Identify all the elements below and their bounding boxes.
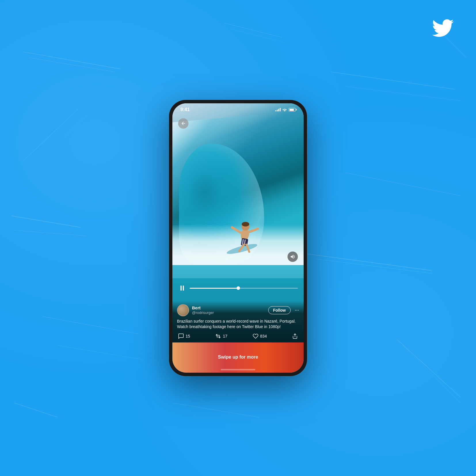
progress-fill	[190, 288, 238, 289]
tweet-text: Brazilian surfer conquers a world-record…	[177, 319, 299, 330]
battery-icon	[289, 108, 296, 111]
svg-line-0	[23, 52, 121, 69]
back-button[interactable]	[178, 118, 189, 129]
pause-button[interactable]	[178, 284, 186, 292]
like-count: 834	[260, 334, 267, 338]
video-controls[interactable]	[172, 284, 304, 292]
retweet-action[interactable]: 17	[215, 333, 227, 339]
follow-button[interactable]: Follow	[268, 306, 291, 314]
svg-line-17	[248, 229, 258, 232]
svg-line-5	[224, 23, 282, 37]
svg-line-7	[397, 340, 460, 397]
svg-point-15	[242, 222, 249, 226]
more-options-button[interactable]: ···	[295, 307, 299, 313]
status-bar: 9:41	[172, 103, 304, 116]
svg-line-8	[173, 403, 259, 417]
swipe-up-label: Swipe up for more	[218, 355, 258, 360]
phone-mockup: 9:41	[169, 100, 307, 376]
svg-line-3	[331, 72, 455, 89]
svg-line-4	[302, 253, 432, 271]
user-row: Bert @rodrisurger Follow ···	[177, 304, 299, 316]
progress-thumb[interactable]	[237, 286, 240, 290]
twitter-logo	[430, 17, 456, 40]
status-icons	[275, 108, 296, 111]
svg-line-9	[345, 173, 460, 196]
svg-point-23	[284, 111, 285, 111]
surfer-image	[225, 206, 265, 258]
phone-frame: 9:41	[169, 100, 307, 376]
retweet-count: 17	[223, 334, 227, 338]
user-info: Bert @rodrisurger	[192, 305, 265, 315]
signal-icon	[275, 108, 281, 111]
like-action[interactable]: 834	[253, 333, 267, 339]
user-handle: @rodrisurger	[192, 311, 265, 315]
svg-line-10	[14, 403, 58, 417]
share-action[interactable]	[292, 333, 298, 339]
svg-line-2	[43, 317, 138, 334]
phone-screen: 9:41	[172, 103, 304, 373]
reply-count: 15	[186, 334, 190, 338]
reply-action[interactable]: 15	[178, 333, 190, 339]
status-time: 9:41	[180, 107, 190, 112]
swipe-up-area[interactable]: Swipe up for more	[172, 342, 304, 373]
tweet-overlay: Bert @rodrisurger Follow ··· Brazilian s…	[172, 301, 304, 342]
avatar[interactable]	[177, 304, 189, 316]
home-indicator	[221, 369, 255, 370]
actions-row: 15 17 834	[177, 333, 299, 339]
user-name: Bert	[192, 305, 265, 311]
wifi-icon	[282, 108, 287, 111]
svg-line-6	[23, 109, 78, 161]
svg-line-16	[232, 227, 241, 233]
svg-line-1	[12, 216, 81, 227]
progress-bar[interactable]	[190, 288, 298, 289]
volume-button[interactable]	[287, 252, 298, 262]
